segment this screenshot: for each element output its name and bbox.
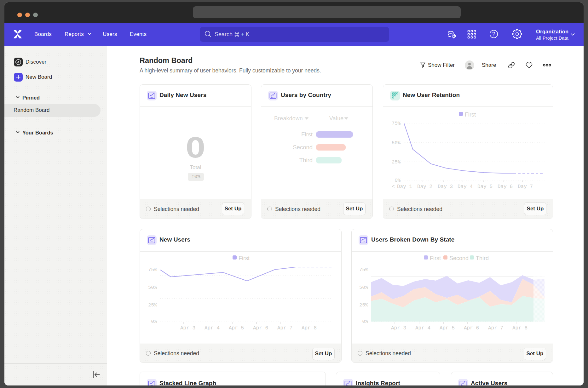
svg-text:Apr 8: Apr 8 — [302, 325, 317, 331]
svg-text:Apr 7: Apr 7 — [488, 325, 503, 331]
svg-text:0%: 0% — [395, 178, 401, 183]
svg-text:Apr 4: Apr 4 — [205, 325, 220, 331]
svg-text:25%: 25% — [148, 302, 157, 308]
svg-text:Day 4: Day 4 — [458, 184, 473, 190]
svg-text:Apr 6: Apr 6 — [464, 325, 479, 331]
svg-text:Apr 3: Apr 3 — [391, 325, 406, 331]
svg-text:First: First — [465, 111, 476, 118]
svg-text:Apr 7: Apr 7 — [277, 325, 292, 331]
svg-text:Apr 3: Apr 3 — [180, 325, 195, 331]
svg-text:Day 1: Day 1 — [397, 184, 412, 190]
svg-text:Day 7: Day 7 — [518, 184, 533, 190]
svg-text:Second: Second — [449, 255, 469, 261]
svg-text:25%: 25% — [359, 302, 368, 308]
svg-text:Day 2: Day 2 — [417, 184, 432, 190]
svg-text:Day 3: Day 3 — [438, 184, 453, 190]
svg-text:First: First — [239, 255, 250, 261]
svg-text:Day 6: Day 6 — [498, 184, 513, 190]
svg-text:25%: 25% — [392, 159, 401, 165]
svg-text:50%: 50% — [392, 140, 401, 146]
svg-text:0%: 0% — [362, 319, 368, 324]
svg-text:Third: Third — [476, 255, 489, 261]
svg-text:75%: 75% — [392, 121, 401, 126]
svg-text:50%: 50% — [359, 285, 368, 290]
svg-text:Apr 5: Apr 5 — [229, 325, 244, 331]
svg-text:75%: 75% — [148, 267, 157, 273]
svg-text:75%: 75% — [359, 267, 368, 273]
svg-text:Apr 5: Apr 5 — [440, 325, 455, 331]
svg-text:Day 5: Day 5 — [477, 184, 493, 190]
svg-text:Apr 4: Apr 4 — [415, 325, 430, 331]
svg-text:<: < — [392, 184, 395, 190]
svg-text:Apr 8: Apr 8 — [512, 325, 527, 331]
svg-text:0%: 0% — [151, 319, 157, 324]
svg-text:Apr 6: Apr 6 — [253, 325, 268, 331]
svg-text:50%: 50% — [148, 285, 157, 290]
svg-text:First: First — [430, 255, 441, 261]
